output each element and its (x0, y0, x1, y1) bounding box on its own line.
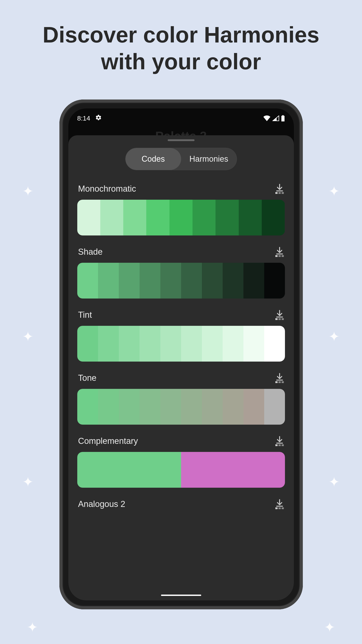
sparkle-icon: ✦ (27, 620, 38, 635)
harmony-section: Monochromatic (77, 184, 285, 236)
color-cell[interactable] (264, 326, 285, 362)
color-cell[interactable] (119, 263, 140, 298)
status-bar: 8:14 (68, 108, 294, 126)
harmony-label: Shade (78, 247, 103, 257)
color-cell[interactable] (181, 263, 202, 298)
battery-icon (281, 115, 285, 122)
sparkle-icon: ✦ (22, 474, 33, 490)
segmented-control: Codes Harmonies (125, 148, 237, 170)
download-dots-icon (275, 444, 284, 446)
promo-line1: Discover color Harmonies (43, 22, 319, 47)
color-cell[interactable] (77, 389, 98, 425)
harmony-header: Complementary (77, 436, 285, 446)
harmony-header: Shade (77, 247, 285, 257)
phone-frame: 8:14 Palette 2 Codes Harmonies Monochrom… (59, 100, 303, 609)
sheet-handle-icon[interactable] (168, 139, 194, 141)
color-cell[interactable] (98, 389, 119, 425)
color-cell[interactable] (181, 452, 285, 488)
color-cell[interactable] (98, 263, 119, 298)
color-swatch[interactable] (77, 452, 285, 488)
color-cell[interactable] (160, 326, 181, 362)
harmony-label: Tone (78, 373, 96, 383)
download-button[interactable] (275, 247, 284, 257)
status-icons (263, 115, 285, 122)
color-cell[interactable] (181, 389, 202, 425)
color-swatch[interactable] (77, 326, 285, 362)
color-cell[interactable] (77, 452, 181, 488)
color-cell[interactable] (223, 389, 243, 425)
color-cell[interactable] (170, 200, 192, 236)
color-swatch[interactable] (77, 389, 285, 425)
color-cell[interactable] (243, 389, 264, 425)
color-cell[interactable] (77, 200, 100, 236)
harmony-header: Tone (77, 373, 285, 383)
promo-title: Discover color Harmonies with your color (0, 0, 362, 75)
sparkle-icon: ✦ (22, 329, 33, 344)
color-cell[interactable] (98, 326, 119, 362)
color-cell[interactable] (160, 389, 181, 425)
sparkle-icon: ✦ (329, 474, 340, 490)
download-button[interactable] (275, 436, 284, 446)
download-dots-icon (275, 192, 284, 194)
color-cell[interactable] (146, 200, 169, 236)
sparkle-icon: ✦ (324, 620, 335, 635)
color-cell[interactable] (223, 326, 243, 362)
download-button[interactable] (275, 184, 284, 194)
color-cell[interactable] (119, 326, 140, 362)
color-cell[interactable] (181, 326, 202, 362)
status-time: 8:14 (77, 114, 90, 122)
download-button[interactable] (275, 373, 284, 383)
download-icon (275, 247, 284, 255)
color-cell[interactable] (264, 389, 285, 425)
gear-icon (95, 114, 102, 122)
color-swatch[interactable] (77, 200, 285, 236)
tab-codes[interactable]: Codes (126, 148, 181, 170)
color-cell[interactable] (202, 389, 223, 425)
nav-bar-indicator (161, 594, 201, 596)
harmony-section: Analogous 2 (77, 499, 285, 509)
download-button[interactable] (275, 499, 284, 509)
color-cell[interactable] (262, 200, 285, 236)
download-icon (275, 499, 284, 507)
download-icon (275, 310, 284, 318)
color-cell[interactable] (140, 326, 160, 362)
color-cell[interactable] (264, 263, 285, 298)
harmony-section: Complementary (77, 436, 285, 488)
color-cell[interactable] (77, 263, 98, 298)
download-dots-icon (275, 255, 284, 257)
bottom-sheet: Codes Harmonies MonochromaticShadeTintTo… (68, 135, 294, 600)
color-cell[interactable] (223, 263, 243, 298)
harmony-label: Complementary (78, 436, 138, 446)
harmony-label: Monochromatic (78, 184, 136, 194)
promo-line2: with your color (101, 49, 261, 74)
color-cell[interactable] (119, 389, 140, 425)
download-icon (275, 373, 284, 381)
harmony-section: Tint (77, 310, 285, 362)
download-dots-icon (275, 318, 284, 320)
harmony-header: Analogous 2 (77, 499, 285, 509)
color-cell[interactable] (77, 326, 98, 362)
color-cell[interactable] (215, 200, 238, 236)
harmony-header: Monochromatic (77, 184, 285, 194)
color-swatch[interactable] (77, 263, 285, 298)
color-cell[interactable] (140, 263, 160, 298)
color-cell[interactable] (140, 389, 160, 425)
color-cell[interactable] (202, 326, 223, 362)
harmony-label: Tint (78, 310, 92, 320)
tab-harmonies[interactable]: Harmonies (181, 148, 237, 170)
harmony-list[interactable]: MonochromaticShadeTintToneComplementaryA… (68, 184, 294, 600)
color-cell[interactable] (192, 200, 215, 236)
color-cell[interactable] (243, 263, 264, 298)
color-cell[interactable] (100, 200, 123, 236)
download-icon (275, 184, 284, 192)
color-cell[interactable] (123, 200, 146, 236)
sparkle-icon: ✦ (329, 329, 340, 344)
download-button[interactable] (275, 310, 284, 320)
sparkle-icon: ✦ (329, 183, 340, 199)
color-cell[interactable] (243, 326, 264, 362)
color-cell[interactable] (202, 263, 223, 298)
phone-screen: 8:14 Palette 2 Codes Harmonies Monochrom… (68, 108, 294, 600)
download-icon (275, 436, 284, 444)
color-cell[interactable] (160, 263, 181, 298)
color-cell[interactable] (239, 200, 262, 236)
